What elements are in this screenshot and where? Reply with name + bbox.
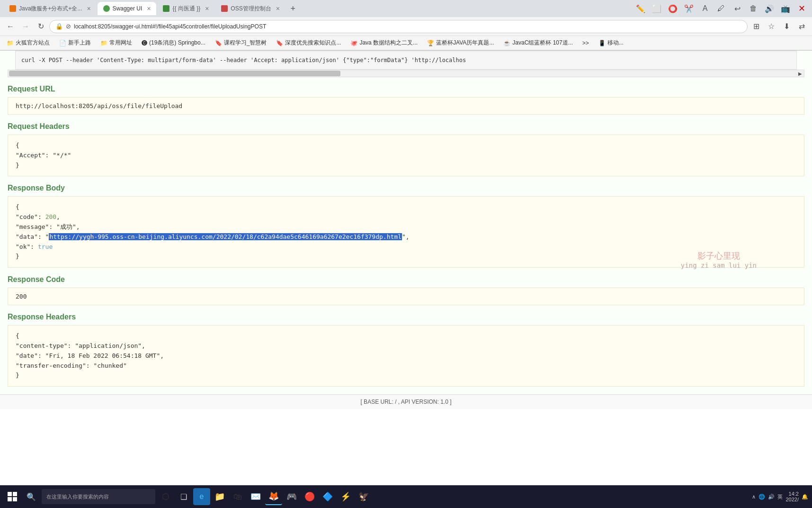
window-icon[interactable]: ⬜ <box>650 2 663 15</box>
clock-time: 14:2 <box>785 491 799 497</box>
response-headers-line5: } <box>16 371 796 381</box>
mobile-icon: 📱 <box>598 40 606 46</box>
taskbar-right: ∧ 🌐 🔊 英 14:2 2022/ 🔔 <box>752 491 808 502</box>
edge-icon: e <box>200 492 204 501</box>
taskbar-app10[interactable]: ⚡ <box>337 488 354 505</box>
taskbar-edge[interactable]: e <box>193 488 210 505</box>
tab-yishengtong[interactable]: {{ 尚医通 }} × <box>157 2 214 15</box>
app7-icon: 🎮 <box>286 491 297 502</box>
response-headers-line4: "transfer-encoding": "chunked" <box>16 361 796 371</box>
response-url-highlight: https://yygh-995.oss-cn-beijing.aliyuncs… <box>49 233 402 240</box>
volume-tray-icon[interactable]: 🔊 <box>768 494 775 500</box>
response-body-line1: { <box>16 202 796 212</box>
text-icon[interactable]: A <box>698 2 712 15</box>
request-headers-section: Request Headers { "Accept": "*/*" } <box>8 122 804 176</box>
taskbar-task-view[interactable]: ❏ <box>175 488 192 505</box>
highlight-icon[interactable]: 🖊 <box>714 2 728 15</box>
taskbar-mail[interactable]: ✉️ <box>247 488 264 505</box>
scissors-icon[interactable]: ✂️ <box>682 2 696 15</box>
request-headers-line3: } <box>16 161 796 171</box>
bookmark-icon-kecheng: 🔖 <box>215 40 222 46</box>
mail-icon: ✉️ <box>250 491 261 502</box>
bookmark-springbo[interactable]: 🅒 (19条消息) Springbo... <box>139 38 208 48</box>
watermark-english: ying zi sam lui yin <box>681 262 757 269</box>
bookmark-xinshou[interactable]: 📄 新手上路 <box>56 38 94 48</box>
back-button[interactable]: ← <box>4 20 17 33</box>
taskbar-cortana[interactable]: ⬡ <box>157 488 174 505</box>
tab-oss[interactable]: OSS管理控制台 × <box>215 2 286 15</box>
download-icon[interactable]: ⬇ <box>780 20 793 33</box>
undo-icon[interactable]: ↩ <box>731 2 744 15</box>
tab-favicon-yishengtong <box>163 5 170 12</box>
search-icon: 🔍 <box>27 492 36 501</box>
pencil-icon[interactable]: ✏️ <box>634 2 647 15</box>
windows-start-button[interactable] <box>4 488 21 505</box>
bookmark-kecheng[interactable]: 🔖 课程学习_智慧树 <box>212 38 270 48</box>
taskbar-store[interactable]: 🛍 <box>229 488 246 505</box>
response-body-line6: } <box>16 252 796 262</box>
taskbar-firefox[interactable]: 🦊 <box>265 488 282 505</box>
address-bar[interactable]: 🔒 ⊘ localhost:8205/swagger-ui.html#!/fil… <box>49 20 748 33</box>
screen-icon[interactable]: 📺 <box>779 2 792 15</box>
horizontal-scrollbar[interactable]: ▶ <box>8 70 804 77</box>
notification-icon[interactable]: 🔔 <box>802 494 808 500</box>
taskbar-app11[interactable]: 🦅 <box>355 488 372 505</box>
app11-icon: 🦅 <box>358 491 369 502</box>
bookmarks-bar: 📁 火狐官方站点 📄 新手上路 📁 常用网址 🅒 (19条消息) Springb… <box>0 36 812 50</box>
bookmark-shendu[interactable]: 🔖 深度优先搜索知识点... <box>273 38 344 48</box>
main-content: curl -X POST --header 'Content-Type: mul… <box>0 51 812 409</box>
tab-close-yishengtong[interactable]: × <box>205 5 209 12</box>
response-headers-title: Response Headers <box>8 313 804 321</box>
app10-icon: ⚡ <box>340 491 351 502</box>
bookmark-java-ds[interactable]: 🐙 Java 数据结构之二叉... <box>348 38 420 48</box>
response-code-title: Response Code <box>8 275 804 284</box>
bookmark-icon-javac: ☕ <box>503 40 510 46</box>
response-headers-line1: { <box>16 331 796 341</box>
response-headers-line2: "content-type": "application/json", <box>16 341 796 351</box>
response-body-title: Response Body <box>8 184 804 192</box>
cortana-icon: ⬡ <box>162 491 170 502</box>
forward-button[interactable]: → <box>19 20 32 33</box>
tab-label-yishengtong: {{ 尚医通 }} <box>172 5 200 13</box>
explorer-icon: 📁 <box>214 491 225 502</box>
new-tab-button[interactable]: + <box>286 2 300 15</box>
volume-icon[interactable]: 🔊 <box>763 2 776 15</box>
response-code-value: 200 影子心里现 ying zi sam lui yin <box>8 288 804 305</box>
tab-label-swagger: Swagger UI <box>113 5 143 12</box>
star-icon[interactable]: ☆ <box>765 20 778 33</box>
close-window-icon[interactable]: ✕ <box>795 2 808 15</box>
taskbar-app9[interactable]: 🔷 <box>319 488 336 505</box>
bookmark-javac[interactable]: ☕ JavaC组蓝桥杯 107道... <box>500 38 575 48</box>
bookmark-icon-lanqiao: 🏆 <box>427 40 434 46</box>
address-text: localhost:8205/swagger-ui.html#!/file45a… <box>74 23 266 30</box>
refresh-button[interactable]: ↻ <box>34 20 47 33</box>
bookmark-lanqiao[interactable]: 🏆 蓝桥杯JAVA历年真题... <box>424 38 497 48</box>
bookmark-more[interactable]: >> <box>580 39 592 47</box>
tab-close-oss[interactable]: × <box>276 5 280 12</box>
tab-close-swagger[interactable]: × <box>147 5 151 12</box>
scroll-thumb[interactable] <box>9 71 340 76</box>
taskbar-search-box[interactable]: 在这里输入你要搜索的内容 <box>42 489 155 504</box>
delete-icon[interactable]: 🗑 <box>747 2 760 15</box>
network-icon[interactable]: 🌐 <box>758 494 765 500</box>
tab-close-java[interactable]: × <box>87 5 90 12</box>
taskbar-explorer[interactable]: 📁 <box>211 488 228 505</box>
bookmark-huohu[interactable]: 📁 火狐官方站点 <box>4 38 53 48</box>
bookmark-icon-shendu: 🔖 <box>276 40 283 46</box>
tab-swagger[interactable]: Swagger UI × <box>98 2 157 15</box>
taskbar-app8[interactable]: 🔴 <box>301 488 318 505</box>
circle-icon[interactable]: ⭕ <box>666 2 679 15</box>
browser-chrome: Java微服务+分布式+全... × Swagger UI × {{ 尚医通 }… <box>0 0 812 51</box>
scroll-right-arrow[interactable]: ▶ <box>796 70 804 77</box>
response-headers-line3: "date": "Fri, 18 Feb 2022 06:54:18 GMT", <box>16 351 796 361</box>
tab-java[interactable]: Java微服务+分布式+全... × <box>4 2 97 15</box>
taskbar-app7[interactable]: 🎮 <box>283 488 300 505</box>
watermark-chinese: 影子心里现 <box>681 250 757 262</box>
bookmark-changyong[interactable]: 📁 常用网址 <box>98 38 135 48</box>
sync-icon[interactable]: ⇄ <box>795 20 808 33</box>
grid-icon[interactable]: ⊞ <box>750 20 763 33</box>
bookmark-icon-huohu: 📁 <box>7 40 14 46</box>
bookmark-mobile[interactable]: 📱 移动... <box>596 38 626 48</box>
chevron-up-icon[interactable]: ∧ <box>752 494 756 500</box>
search-button[interactable]: 🔍 <box>23 488 40 505</box>
